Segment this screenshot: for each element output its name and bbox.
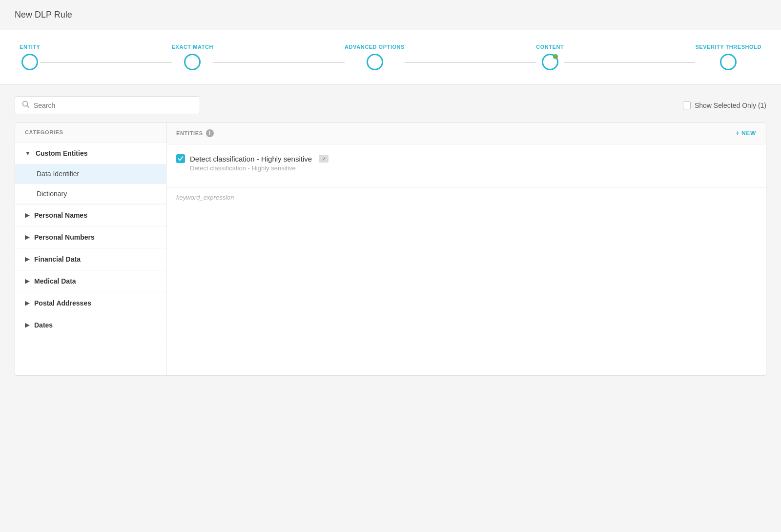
category-custom-entities: ▼ Custom Entities Data Identifier Dictio… (15, 143, 166, 205)
category-dates-header[interactable]: ▶ Dates (15, 314, 166, 336)
step-entity-circle (21, 54, 38, 70)
step-exact-match-label: EXACT MATCH (172, 44, 213, 50)
search-box[interactable] (15, 96, 200, 114)
category-financial-data: ▶ Financial Data (15, 248, 166, 270)
step-entity[interactable]: ENTITY (20, 44, 40, 70)
step-exact-match-circle (184, 54, 201, 70)
stepper: ENTITY EXACT MATCH ADVANCED OPTIONS CONT… (20, 44, 761, 70)
stepper-container: ENTITY EXACT MATCH ADVANCED OPTIONS CONT… (0, 30, 781, 84)
entity-row: Detect classification - Highly sensitive… (176, 154, 756, 163)
entity-description: Detect classification - Highly sensitive (190, 164, 756, 172)
postal-addresses-arrow: ▶ (25, 300, 29, 307)
category-postal-addresses: ▶ Postal Addresses (15, 292, 166, 314)
medical-data-label: Medical Data (34, 277, 76, 285)
search-input[interactable] (34, 102, 193, 109)
sub-item-data-identifier[interactable]: Data Identifier (15, 164, 166, 184)
step-severity-threshold-label: SEVERITY THRESHOLD (695, 44, 761, 50)
step-severity-threshold[interactable]: SEVERITY THRESHOLD (695, 44, 761, 70)
postal-addresses-label: Postal Addresses (34, 299, 91, 307)
step-content-dot (553, 54, 558, 59)
entities-header-label: ENTITIES (176, 130, 203, 136)
entity-name: Detect classification - Highly sensitive (190, 155, 312, 163)
sub-item-dictionary-label: Dictionary (37, 190, 67, 198)
category-personal-names-header[interactable]: ▶ Personal Names (15, 205, 166, 226)
page-header: New DLP Rule (0, 0, 781, 30)
search-area: Show Selected Only (1) (15, 96, 766, 114)
step-advanced-options-label: ADVANCED OPTIONS (345, 44, 405, 50)
step-advanced-options-circle (367, 54, 383, 70)
step-line-4 (564, 62, 695, 63)
step-line-3 (405, 62, 536, 63)
category-postal-addresses-header[interactable]: ▶ Postal Addresses (15, 292, 166, 314)
personal-names-label: Personal Names (34, 211, 87, 219)
entities-column: ENTITIES i + NEW Detect classification -… (166, 123, 766, 375)
bottom-bar: keyword_expression (166, 187, 766, 207)
step-line-2 (213, 62, 345, 63)
category-personal-names: ▶ Personal Names (15, 205, 166, 226)
step-entity-label: ENTITY (20, 44, 40, 50)
categories-column: CATEGORIES ▼ Custom Entities Data Identi… (15, 123, 166, 375)
main-content: Show Selected Only (1) CATEGORIES ▼ Cust… (0, 84, 781, 519)
dates-arrow: ▶ (25, 322, 29, 328)
svg-line-1 (27, 106, 29, 108)
list-item: Detect classification - Highly sensitive… (176, 154, 756, 172)
entities-info-icon: i (206, 129, 214, 137)
entities-list: Detect classification - Highly sensitive… (166, 144, 766, 187)
financial-data-arrow: ▶ (25, 256, 29, 263)
step-advanced-options[interactable]: ADVANCED OPTIONS (345, 44, 405, 70)
financial-data-label: Financial Data (34, 255, 81, 263)
category-custom-entities-header[interactable]: ▼ Custom Entities (15, 143, 166, 164)
step-line-1 (40, 62, 171, 63)
entities-header: ENTITIES i + NEW (166, 123, 766, 144)
step-severity-threshold-circle (720, 54, 737, 70)
sub-item-dictionary[interactable]: Dictionary (15, 184, 166, 204)
custom-entities-arrow: ▼ (25, 150, 31, 157)
personal-numbers-label: Personal Numbers (34, 233, 95, 241)
category-personal-numbers: ▶ Personal Numbers (15, 226, 166, 248)
search-icon (22, 101, 30, 110)
personal-names-arrow: ▶ (25, 212, 29, 219)
step-exact-match[interactable]: EXACT MATCH (172, 44, 213, 70)
new-entity-button[interactable]: + NEW (736, 130, 756, 137)
categories-header-label: CATEGORIES (25, 129, 63, 135)
page-title: New DLP Rule (15, 10, 72, 20)
step-content[interactable]: CONTENT (536, 44, 564, 70)
medical-data-arrow: ▶ (25, 278, 29, 285)
panel: CATEGORIES ▼ Custom Entities Data Identi… (15, 122, 766, 376)
step-content-label: CONTENT (536, 44, 564, 50)
sub-item-data-identifier-label: Data Identifier (37, 170, 79, 178)
entity-checkbox[interactable] (176, 154, 185, 163)
bottom-placeholder-text: keyword_expression (176, 194, 234, 201)
category-medical-data: ▶ Medical Data (15, 270, 166, 292)
custom-entities-label: Custom Entities (36, 149, 88, 157)
show-selected-checkbox[interactable] (683, 102, 691, 109)
entity-link-icon[interactable]: ↗ (319, 155, 329, 163)
show-selected-area: Show Selected Only (1) (683, 102, 766, 109)
show-selected-label: Show Selected Only (1) (695, 102, 766, 109)
personal-numbers-arrow: ▶ (25, 234, 29, 241)
dates-label: Dates (34, 321, 53, 329)
categories-header: CATEGORIES (15, 123, 166, 143)
step-content-circle (542, 54, 558, 70)
category-medical-data-header[interactable]: ▶ Medical Data (15, 270, 166, 292)
category-financial-data-header[interactable]: ▶ Financial Data (15, 248, 166, 270)
category-dates: ▶ Dates (15, 314, 166, 336)
category-personal-numbers-header[interactable]: ▶ Personal Numbers (15, 226, 166, 248)
